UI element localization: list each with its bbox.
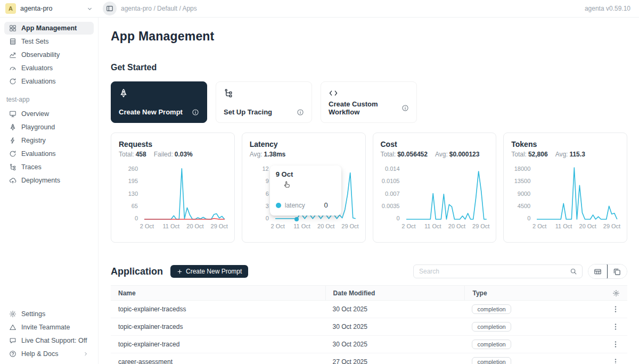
chart-stat: Failed:0.03% <box>154 151 193 158</box>
table-row-topic-explainer-traceds[interactable]: topic-explainer-traceds30 Oct 2025comple… <box>111 318 627 336</box>
app-type-badge: completion <box>472 304 511 314</box>
plus-icon <box>177 269 183 275</box>
get-started-card-create-custom-workflow[interactable]: Create Custom Workflow <box>321 81 417 123</box>
sidebar-item-app-management[interactable]: App Management <box>4 22 94 35</box>
sidebar-item-test-sets[interactable]: Test Sets <box>4 35 94 48</box>
column-header-name[interactable]: Name <box>111 289 325 297</box>
table-settings-gear-icon[interactable] <box>612 289 620 297</box>
workspace-switcher[interactable]: A agenta-pro <box>0 3 99 14</box>
refresh-circle-icon <box>9 78 17 85</box>
applications-table: Name Date Modified Type topic-explainer-… <box>111 285 627 364</box>
search-input[interactable] <box>414 268 565 275</box>
application-header: Application Create New Prompt <box>111 264 627 279</box>
search-box <box>413 264 583 278</box>
refresh-circle-icon <box>9 150 17 158</box>
x-axis: 2 Oct11 Oct20 Oct29 Oct <box>273 221 358 230</box>
card-view-button[interactable] <box>607 264 627 278</box>
row-actions-menu-icon[interactable] <box>611 305 620 313</box>
chart-trend-icon <box>9 51 17 59</box>
chart-title: Requests <box>119 140 227 148</box>
chevron-down-icon[interactable] <box>86 5 93 12</box>
sidebar-item-deployments[interactable]: Deployments <box>4 174 94 187</box>
app-date-modified: 30 Oct 2025 <box>325 318 465 335</box>
row-actions-menu-icon[interactable] <box>611 358 620 364</box>
table-row-topic-explainer-traced[interactable]: topic-explainer-traced30 Oct 2025complet… <box>111 336 627 353</box>
sidebar-item-invite-teammate[interactable]: Invite Teammate <box>4 321 94 334</box>
chart-stats: Total:$0.056452Avg:$0.000123 <box>381 151 489 158</box>
view-toggle <box>588 264 627 279</box>
bolt-icon <box>9 137 17 144</box>
card-view-icon <box>613 268 621 276</box>
chart-stat: Total:52,806 <box>511 151 547 158</box>
requests-chart-card: RequestsTotal:458Failed:0.03%26019513065… <box>111 133 235 243</box>
sidebar-item-evaluations[interactable]: Evaluations <box>4 75 94 88</box>
chart-title: Cost <box>381 140 489 148</box>
app-version: agenta v0.59.10 <box>585 5 639 12</box>
rocket-icon <box>9 123 17 131</box>
tokens-plot[interactable] <box>535 166 619 221</box>
sidebar-item-label: Playground <box>21 123 55 131</box>
sidebar-item-traces[interactable]: Traces <box>4 161 94 173</box>
application-title: Application <box>111 266 163 277</box>
sidebar: App ManagementTest SetsObservabilityEval… <box>0 18 99 364</box>
sidebar-item-evaluators[interactable]: Evaluators <box>4 62 94 75</box>
get-started-card-create-new-prompt[interactable]: Create New Prompt <box>111 81 207 123</box>
info-icon <box>297 109 304 116</box>
sidebar-item-observability[interactable]: Observability <box>4 48 94 61</box>
chart-stat: Total:458 <box>119 151 146 158</box>
chart-stat: Avg:$0.000123 <box>435 151 480 158</box>
table-row-topic-explainer-tracedss[interactable]: topic-explainer-tracedss30 Oct 2025compl… <box>111 301 627 318</box>
app-type-badge: completion <box>472 357 511 364</box>
create-new-prompt-label: Create New Prompt <box>186 268 242 275</box>
table-view-button[interactable] <box>588 264 608 279</box>
sidebar-item-label: App Management <box>21 24 77 32</box>
sidebar-item-overview[interactable]: Overview <box>4 107 94 120</box>
sidebar-item-live-chat-support-off[interactable]: Live Chat Support: Off <box>4 334 94 347</box>
workspace-avatar: A <box>5 3 16 14</box>
trace-tree-icon <box>224 88 233 98</box>
sidebar-item-settings[interactable]: Settings <box>4 308 94 320</box>
sidebar-item-playground[interactable]: Playground <box>4 121 94 134</box>
sidebar-item-label: Evaluations <box>21 78 56 85</box>
row-actions-menu-icon[interactable] <box>611 322 620 331</box>
latency-chart-card: LatencyAvg:1.38ms1296302 Oct11 Oct20 Oct… <box>242 133 366 243</box>
sidebar-item-label: Evaluators <box>21 64 53 72</box>
table-row-career-assessment[interactable]: career-assessment27 Oct 2025completion <box>111 353 627 364</box>
chart-stats: Total:458Failed:0.03% <box>119 151 227 158</box>
rocket-icon <box>119 88 128 98</box>
get-started-card-label: Create Custom Workflow <box>329 100 402 116</box>
app-name: career-assessment <box>111 358 325 364</box>
chart-title: Tokens <box>511 140 619 148</box>
sidebar-collapse-button[interactable] <box>103 2 117 15</box>
sidebar-item-label: Observability <box>21 51 60 59</box>
create-new-prompt-button[interactable]: Create New Prompt <box>170 265 248 278</box>
hovered-point-marker <box>294 217 299 221</box>
cost-chart-card: CostTotal:$0.056452Avg:$0.0001230.0140.0… <box>373 133 497 243</box>
column-header-date-modified[interactable]: Date Modified <box>325 286 465 300</box>
sidebar-item-registry[interactable]: Registry <box>4 134 94 147</box>
cost-plot[interactable] <box>404 166 489 221</box>
app-name: topic-explainer-traced <box>111 341 325 348</box>
requests-plot[interactable] <box>142 166 227 221</box>
trace-tree-icon <box>9 163 17 171</box>
row-actions-menu-icon[interactable] <box>611 340 620 349</box>
search-icon[interactable] <box>570 268 577 275</box>
get-started-card-set-up-tracing[interactable]: Set Up Tracing <box>216 81 312 123</box>
table-view-icon <box>594 268 602 276</box>
chart-title: Latency <box>250 140 358 148</box>
app-date-modified: 30 Oct 2025 <box>325 336 465 353</box>
tooltip-date: 9 Oct <box>276 170 335 178</box>
column-header-type[interactable]: Type <box>464 286 581 300</box>
app-date-modified: 30 Oct 2025 <box>325 301 465 318</box>
sidebar-item-evaluations[interactable]: Evaluations <box>4 147 94 160</box>
help-circle-icon <box>9 350 17 358</box>
chart-tooltip: 9 Octlatency0 <box>270 166 341 216</box>
y-axis: 1800013500900045000 <box>511 166 535 230</box>
x-axis: 2 Oct11 Oct20 Oct29 Oct <box>535 221 619 230</box>
workspace-name: agenta-pro <box>20 5 82 12</box>
info-icon <box>402 104 409 112</box>
app-name: topic-explainer-tracedss <box>111 305 325 313</box>
sidebar-item-help-docs[interactable]: Help & Docs <box>4 348 94 360</box>
breadcrumb: agenta-pro / Default / Apps <box>121 5 585 12</box>
chart-stat: Total:$0.056452 <box>381 151 428 158</box>
